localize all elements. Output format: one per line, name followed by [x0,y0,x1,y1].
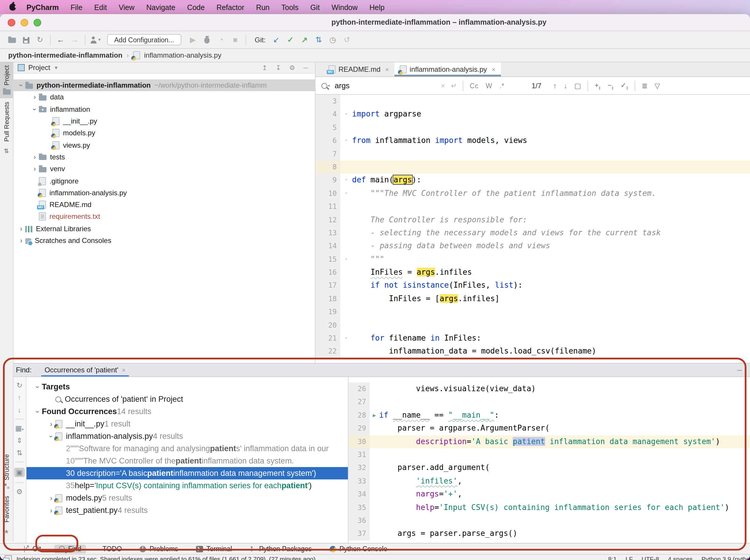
menu-file[interactable]: File [65,3,88,12]
breadcrumb-project[interactable]: python-intermediate-inflammation [8,51,122,59]
tool-button-find[interactable]: Find [54,544,86,553]
project-tree-row[interactable]: ›tests [13,151,315,163]
hide-panel-icon[interactable]: ─ [301,64,310,71]
next-result-icon[interactable]: ↓ [18,407,21,414]
find-result-row[interactable]: 2 """Software for managing and analysing… [26,442,348,455]
next-occurrence-icon[interactable]: ↓ [560,81,571,90]
menu-window[interactable]: Window [325,3,363,12]
project-tree-row[interactable]: ›venv [13,163,315,175]
editor-tab-README.md[interactable]: README.md× [323,62,394,77]
zoom-window-button[interactable] [34,19,41,26]
rerun-search-icon[interactable]: ↻ [17,382,22,389]
find-result-row[interactable]: ›test_patient.py 4 results [26,504,348,517]
find-result-row[interactable]: Occurrences of 'patient' in Project [26,393,348,405]
add-occurrence-icon[interactable]: +ǁ [591,81,604,90]
newline-icon[interactable]: ↵ [448,81,460,90]
menu-code[interactable]: Code [181,3,211,12]
stripe-tab-pull-requests[interactable]: Pull Requests [0,99,13,159]
search-settings-icon[interactable]: ≣ [638,81,651,90]
apple-icon[interactable] [9,3,16,11]
find-settings-gear-icon[interactable]: ⚙ [16,488,23,495]
find-preview-editor[interactable]: 26 views.visualize(view_data)2728▶if __n… [348,377,750,543]
find-result-row[interactable]: ›Found Occurrences 14 results [26,405,348,418]
find-in-selection-icon[interactable]: ▢ [571,81,585,90]
tool-button-terminal[interactable]: Terminal [191,544,237,553]
preview-toggle-icon[interactable]: ▣ [15,468,25,477]
chevron-right-icon[interactable]: › [31,165,39,173]
chevron-down-icon[interactable]: › [34,382,42,391]
tool-button-problems[interactable]: Problems [135,544,183,553]
breadcrumb-file[interactable]: inflammation-analysis.py [144,51,221,59]
add-configuration-button[interactable]: Add Configuration... [107,34,181,45]
find-result-row[interactable]: ›Targets [26,380,348,393]
sync-icon[interactable]: ↻ [33,33,47,46]
tool-button-python-console[interactable]: Python Console [325,544,392,553]
filter-icon[interactable]: ▽ [651,81,664,90]
project-tree-row[interactable]: ›python-intermediate-inflammation~/work/… [13,79,315,91]
run-icon[interactable]: ▶ [370,409,379,422]
menu-edit[interactable]: Edit [88,3,113,12]
project-tree-row[interactable]: ›inflammation [13,103,315,115]
stop-icon[interactable]: ■ [228,33,242,46]
find-result-row[interactable]: 30 description='A basic patient inflamma… [26,467,348,479]
debug-icon[interactable] [200,33,214,46]
coverage-icon[interactable]: ◔ [214,33,228,46]
previous-result-icon[interactable]: ↑ [18,394,21,401]
find-result-row[interactable]: ›inflammation-analysis.py 4 results [26,430,348,442]
gear-icon[interactable]: ⚙ [287,64,298,71]
menu-run[interactable]: Run [250,3,276,12]
close-tab-icon[interactable]: × [122,367,126,374]
search-option-Cc[interactable]: Cc [466,82,482,89]
project-tree-row[interactable]: ›data [13,91,315,104]
git-update-icon[interactable]: ↙ [269,33,283,46]
scroll-to-source-icon[interactable]: ↥ [260,64,270,71]
find-result-row[interactable]: 35 help='Input CSV(s) containing inflamm… [26,479,348,492]
search-history-chevron-icon[interactable]: ▾ [328,83,330,88]
chevron-right-icon[interactable]: › [17,236,25,245]
previous-occurrence-icon[interactable]: ↑ [550,81,560,90]
remove-occurrence-icon[interactable]: −ǁ [604,81,617,90]
save-all-icon[interactable] [19,33,33,46]
close-window-button[interactable] [8,19,15,26]
tool-button-git[interactable]: Git [18,544,46,553]
find-results-tab[interactable]: Occurrences of 'patient'× [42,364,128,376]
git-push-icon[interactable]: ↗ [298,33,312,46]
run-icon[interactable]: ▶ [186,33,200,46]
status-widget[interactable]: 4 spaces [668,555,693,560]
chevron-down-icon[interactable]: › [31,105,39,113]
rollback-icon[interactable]: ↺ [340,33,354,46]
status-widget[interactable]: Python 3.9 (python [702,555,750,560]
editor-code-area[interactable]: 34▾import argparse56▾from inflammation i… [316,95,750,363]
select-all-occurrences-icon[interactable]: ✓ǁ [617,81,632,90]
chevron-down-icon[interactable]: ▼ [54,65,59,70]
clear-search-icon[interactable]: × [438,81,448,90]
forward-icon[interactable]: → [68,33,82,46]
menu-view[interactable]: View [113,3,140,12]
project-tree-row[interactable]: .gitignore [13,175,315,187]
project-tree-row[interactable]: ›Scratches and Consoles [13,235,315,247]
scroll-from-source-icon[interactable]: ↧ [273,64,283,71]
collapse-all-icon[interactable]: ⇅ [17,450,22,456]
project-tree-row[interactable]: requirements.txt [13,211,315,223]
chevron-right-icon[interactable]: › [17,224,25,233]
project-tree-row[interactable]: __init__.py [13,115,315,127]
expand-all-icon[interactable]: ⇕ [17,437,22,444]
menu-navigate[interactable]: Navigate [140,3,181,12]
history-icon[interactable]: ◷ [326,33,340,46]
chevron-down-icon[interactable]: › [34,407,42,416]
group-by-icon[interactable]: ▦▾ [15,425,24,432]
open-folder-icon[interactable] [5,33,19,46]
stripe-tab-project[interactable]: Project [0,62,13,99]
status-widget[interactable]: LF [626,555,633,560]
project-tree-row[interactable]: README.md [13,199,315,211]
menu-pycharm[interactable]: PyCharm [21,3,65,12]
tool-button-python-packages[interactable]: Python Packages [245,544,316,553]
stripe-tab-favorites[interactable]: Favorites [3,492,10,540]
code-with-me-user-icon[interactable]: ▾ [88,33,102,46]
git-merge-icon[interactable]: ⇅ [312,33,326,46]
status-widget[interactable]: UTF-8 [642,555,659,560]
tool-window-switcher-icon[interactable] [5,555,12,560]
search-query[interactable]: args [335,81,350,90]
project-panel-title[interactable]: Project [28,64,50,72]
chevron-down-icon[interactable]: › [17,81,25,89]
